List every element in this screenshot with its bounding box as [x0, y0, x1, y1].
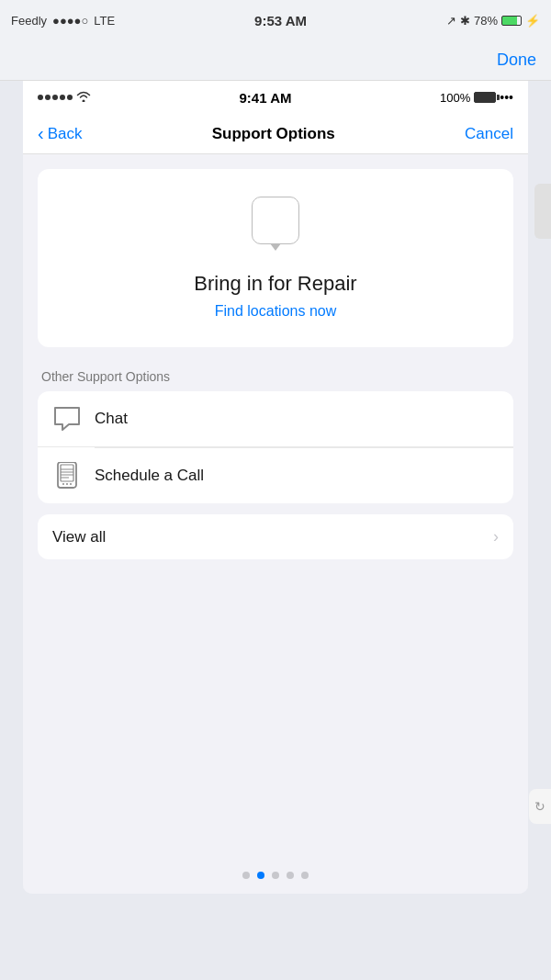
schedule-call-label: Schedule a Call [95, 467, 204, 485]
cancel-button[interactable]: Cancel [465, 125, 513, 143]
dot-4 [301, 872, 309, 879]
signal-strength: ●●●●○ [52, 14, 88, 28]
svg-rect-1 [61, 465, 73, 481]
back-chevron-icon: ‹ [38, 124, 44, 142]
signal-dot-3 [52, 95, 58, 100]
chat-option[interactable]: Chat [38, 391, 513, 447]
inner-battery-percent: 100% [440, 91, 470, 105]
iphone-frame: 9:41 AM 100% ••• ‹ Back Support Options … [23, 81, 528, 894]
inner-status-left [38, 90, 91, 105]
done-bar: Done [0, 40, 551, 81]
repair-title: Bring in for Repair [194, 272, 356, 296]
svg-point-4 [70, 483, 72, 485]
signal-dot-5 [67, 95, 73, 100]
view-all-item[interactable]: View all › [38, 514, 513, 559]
signal-dots [38, 95, 73, 100]
schedule-call-option[interactable]: Schedule a Call [38, 448, 513, 503]
inner-time: 9:41 AM [240, 90, 292, 106]
back-button[interactable]: ‹ Back [38, 125, 82, 143]
refresh-icon: ↻ [534, 799, 545, 814]
phone-icon [52, 461, 82, 490]
bottom-spacer [23, 596, 528, 853]
outer-time: 9:53 AM [254, 13, 307, 28]
view-all-card: View all › [38, 514, 513, 559]
more-icon: ••• [500, 90, 513, 105]
battery-icon [501, 16, 522, 26]
signal-dot-4 [60, 95, 65, 100]
svg-point-2 [62, 483, 64, 485]
location-icon: ↗ [446, 14, 456, 28]
inner-status-right: 100% ••• [440, 90, 513, 105]
chevron-right-icon: › [493, 527, 499, 546]
nav-bar: ‹ Back Support Options Cancel [23, 114, 528, 154]
apple-logo-box [252, 197, 299, 244]
options-list: Chat [38, 391, 513, 503]
pagination-dots [23, 853, 528, 894]
network-type: LTE [94, 14, 115, 28]
signal-dot-1 [38, 95, 43, 100]
view-all-label: View all [52, 528, 106, 546]
battery-percent: 78% [474, 14, 498, 28]
find-locations-link[interactable]: Find locations now [215, 303, 337, 320]
signal-dot-2 [45, 95, 51, 100]
section-header: Other Support Options [38, 369, 513, 384]
svg-point-3 [66, 483, 68, 485]
repair-card: Bring in for Repair Find locations now [38, 169, 513, 347]
feedly-app-name: Feedly [11, 14, 47, 28]
charging-icon: ⚡ [525, 14, 540, 28]
inner-status-bar: 9:41 AM 100% ••• [23, 81, 528, 114]
chat-label: Chat [95, 410, 128, 428]
page-title: Support Options [212, 125, 335, 143]
dot-3 [287, 872, 294, 879]
dot-1 [257, 872, 264, 879]
done-button[interactable]: Done [497, 51, 536, 70]
dot-0 [242, 872, 250, 879]
chat-icon [52, 404, 82, 434]
inner-battery-icon [474, 92, 496, 103]
outer-status-bar: Feedly ●●●●○ LTE 9:53 AM ↗ ✱ 78% ⚡ [0, 0, 551, 40]
wifi-icon [76, 90, 91, 105]
dot-2 [272, 872, 279, 879]
outer-status-right: ↗ ✱ 78% ⚡ [446, 14, 540, 28]
bottom-right-icon: ↻ [529, 789, 551, 824]
main-content: Bring in for Repair Find locations now O… [23, 154, 528, 596]
right-edge-element [534, 184, 551, 239]
back-label: Back [48, 125, 83, 143]
outer-status-left: Feedly ●●●●○ LTE [11, 14, 115, 28]
bluetooth-icon: ✱ [460, 14, 470, 28]
